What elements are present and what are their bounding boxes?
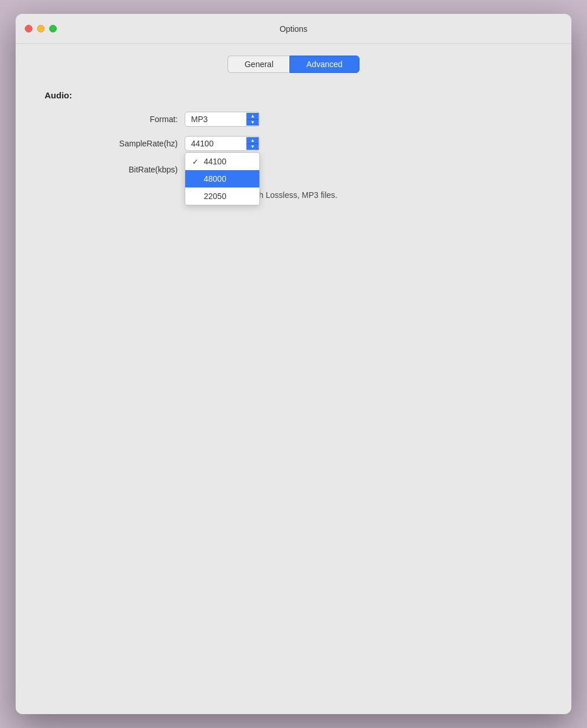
samplerate-row: SampleRate(hz) 44100 48000 22050 ▲ ▼	[91, 136, 554, 151]
format-label: Format:	[91, 115, 178, 124]
window-title: Options	[280, 24, 307, 34]
format-stepper-down[interactable]: ▼	[247, 120, 259, 126]
form-area: Format: MP3 AAC FLAC WAV ▲ ▼	[45, 112, 554, 200]
samplerate-dropdown: ✓ 44100 48000 22050	[185, 152, 260, 205]
samplerate-stepper: ▲ ▼	[246, 137, 259, 150]
close-button[interactable]	[25, 25, 32, 32]
samplerate-label: SampleRate(hz)	[91, 139, 178, 148]
bitrate-label: BitRate(kbps)	[91, 165, 178, 174]
samplerate-value-22050: 22050	[204, 192, 226, 201]
samplerate-option-22050[interactable]: 22050	[185, 187, 259, 205]
bitrate-row: BitRate(kbps) ▲ ▼	[91, 160, 554, 179]
traffic-lights	[25, 25, 57, 32]
maximize-button[interactable]	[49, 25, 57, 32]
minimize-button[interactable]	[37, 25, 45, 32]
options-window: Options General Advanced Audio: Format: …	[16, 14, 571, 714]
format-stepper-up[interactable]: ▲	[247, 113, 259, 120]
tab-advanced[interactable]: Advanced	[289, 56, 359, 73]
format-select-container: MP3 AAC FLAC WAV ▲ ▼	[185, 112, 260, 127]
samplerate-select-container: 44100 48000 22050 ▲ ▼ ✓ 44100	[185, 136, 260, 151]
main-content: Audio: Format: MP3 AAC FLAC WAV ▲	[33, 90, 554, 200]
samplerate-value-44100: 44100	[204, 157, 226, 166]
samplerate-option-48000[interactable]: 48000	[185, 170, 259, 187]
title-bar: Options	[16, 14, 571, 44]
tab-general[interactable]: General	[228, 56, 289, 73]
audio-section-label: Audio:	[45, 90, 72, 100]
check-44100: ✓	[192, 157, 200, 166]
samplerate-option-44100[interactable]: ✓ 44100	[185, 153, 259, 170]
tab-bar: General Advanced	[228, 56, 359, 73]
samplerate-stepper-down[interactable]: ▼	[247, 144, 259, 150]
samplerate-stepper-up[interactable]: ▲	[247, 137, 259, 144]
cover-note: Cover only works with Lossless, MP3 file…	[91, 190, 554, 200]
format-row: Format: MP3 AAC FLAC WAV ▲ ▼	[91, 112, 554, 127]
samplerate-value-48000: 48000	[204, 174, 226, 183]
content-area: General Advanced Audio: Format: MP3 AAC …	[16, 44, 571, 714]
format-stepper: ▲ ▼	[246, 113, 259, 126]
